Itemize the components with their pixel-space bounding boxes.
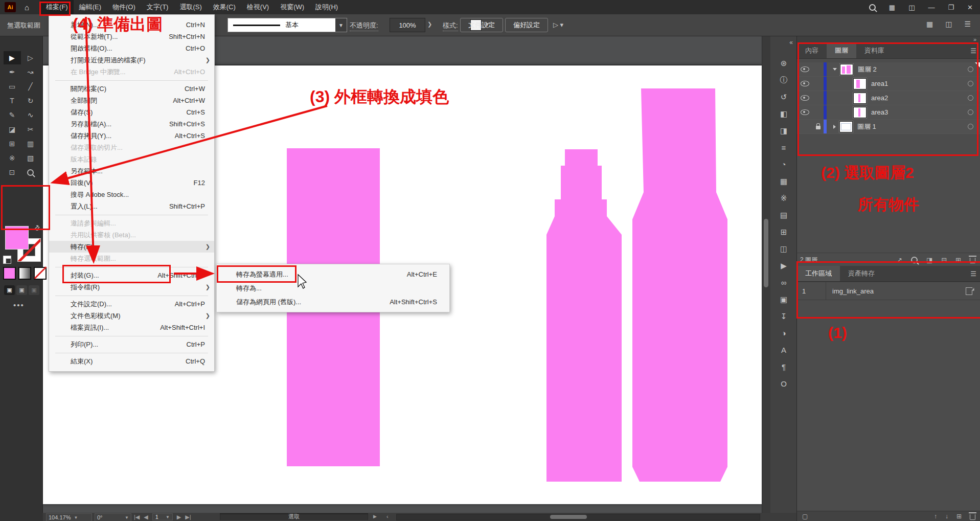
artboards-icon[interactable]: ▣ xyxy=(775,295,792,304)
file-menu-item[interactable]: 轉存(E)❯ xyxy=(49,241,214,253)
export-submenu-item[interactable]: 儲存為網頁用 (舊版)...Alt+Shift+Ctrl+S xyxy=(217,295,449,309)
tab-工作區域[interactable]: 工作區域 xyxy=(797,266,840,281)
visibility-eye-icon[interactable] xyxy=(801,66,809,72)
make-clipping-mask-icon[interactable]: ◨ xyxy=(926,256,932,264)
layer-name[interactable]: 圖層 2 xyxy=(858,65,968,74)
color-icon[interactable]: ◧ xyxy=(775,109,792,119)
home-icon[interactable]: ⌂ xyxy=(25,3,29,12)
layout-icon[interactable]: ◫ xyxy=(945,20,952,28)
last-artboard-icon[interactable]: ▶| xyxy=(185,514,191,520)
color-guide-icon[interactable]: ◔ xyxy=(775,160,792,169)
links-icon[interactable]: ∞ xyxy=(775,278,792,287)
visibility-eye-icon[interactable] xyxy=(801,95,809,101)
panel-menu-icon[interactable]: ☰ xyxy=(970,270,976,278)
layer-row[interactable]: 圖層 2 xyxy=(797,62,980,77)
restore-icon[interactable]: ❐ xyxy=(948,4,954,11)
layer-row[interactable]: 圖層 1 xyxy=(797,120,980,134)
type-tool[interactable]: T xyxy=(4,94,21,107)
minimize-icon[interactable]: — xyxy=(928,4,935,11)
swatches-icon[interactable]: ▦ xyxy=(775,176,792,186)
rotation-dropdown[interactable]: 0°▼ xyxy=(95,513,131,521)
layer-name[interactable]: 圖層 1 xyxy=(857,122,968,131)
layer-name[interactable]: area2 xyxy=(871,94,968,102)
zoom-level-dropdown[interactable]: 104.17%▼ xyxy=(46,513,92,521)
panel-menu-icon[interactable]: ☰ xyxy=(970,47,976,55)
scissors-tool[interactable]: ✂ xyxy=(22,123,39,136)
hamburger-icon[interactable]: ☰ xyxy=(964,20,971,28)
selection-tool[interactable]: ▶ xyxy=(4,51,21,64)
opacity-stepper-icon[interactable]: ❯ xyxy=(427,21,432,28)
line-segment-tool[interactable]: ╱ xyxy=(22,80,39,93)
delete-artboard-icon[interactable] xyxy=(970,514,975,520)
tab-圖層[interactable]: 圖層 xyxy=(827,43,856,58)
layer-thumbnail[interactable] xyxy=(853,107,867,118)
fit-icon[interactable]: ▢ xyxy=(802,513,808,520)
expand-icon[interactable]: » xyxy=(973,36,976,42)
move-up-icon[interactable]: ↑ xyxy=(934,513,937,520)
layer-name[interactable]: area1 xyxy=(871,80,968,87)
target-circle-icon[interactable] xyxy=(968,109,973,115)
artboard-tool[interactable]: ⊡ xyxy=(4,166,21,179)
fill-color-swatch[interactable] xyxy=(5,226,29,250)
pencil-tool[interactable]: ∿ xyxy=(22,108,39,122)
search-icon[interactable] xyxy=(869,4,876,11)
layer-name[interactable]: area3 xyxy=(871,108,968,116)
version-history-icon[interactable]: ↺ xyxy=(775,92,792,102)
layer-thumbnail[interactable] xyxy=(853,78,867,89)
chevron-down-icon[interactable] xyxy=(833,68,837,71)
lock-icon[interactable] xyxy=(816,126,821,129)
file-menu-item[interactable]: 結束(X)Ctrl+Q xyxy=(49,355,214,367)
swap-fill-stroke-icon[interactable]: ⇄ xyxy=(32,223,41,232)
new-sublayer-icon[interactable]: ⊟ xyxy=(941,256,947,264)
target-circle-icon[interactable] xyxy=(968,124,973,129)
layer-row[interactable]: area1 xyxy=(797,77,980,91)
default-fill-stroke-icon[interactable] xyxy=(3,256,11,264)
zoom-tool[interactable] xyxy=(22,166,39,179)
export-submenu-item[interactable]: 轉存為... xyxy=(217,281,449,295)
file-menu-item[interactable]: 另存範本... xyxy=(49,165,214,177)
document-setup-button[interactable]: 文件設定 xyxy=(460,18,503,32)
artboard-name[interactable]: img_link_area xyxy=(832,287,966,295)
artboard-row[interactable]: 1 img_link_area xyxy=(797,282,980,300)
opacity-label[interactable]: 不透明度: xyxy=(350,21,378,31)
none-button[interactable] xyxy=(34,267,47,280)
artboard-page-icon[interactable] xyxy=(966,287,972,295)
draw-inside-mode[interactable]: ▣ xyxy=(29,285,39,295)
curvature-tool[interactable]: ↝ xyxy=(22,65,39,79)
symbols-icon[interactable]: ※ xyxy=(775,193,792,203)
file-menu-item[interactable]: 列印(P)...Ctrl+P xyxy=(49,338,214,350)
style-label[interactable]: 樣式: xyxy=(443,21,458,31)
next-artboard-icon[interactable]: ▶ xyxy=(177,514,181,520)
scroll-left-icon[interactable]: ‹ xyxy=(386,513,389,519)
layer-thumbnail[interactable] xyxy=(840,64,853,75)
arrange-documents-icon[interactable]: ▦ xyxy=(889,4,895,11)
paintbrush-tool[interactable]: ✎ xyxy=(4,108,21,122)
previous-artboard-icon[interactable]: ◀ xyxy=(144,514,148,520)
locate-object-icon[interactable] xyxy=(911,257,918,263)
vertical-scrollbar[interactable] xyxy=(762,36,770,513)
layer-thumbnail[interactable] xyxy=(853,93,867,104)
asset-export-icon[interactable]: ↧ xyxy=(775,311,792,321)
collapse-icon[interactable]: « xyxy=(789,39,793,46)
grid-icon[interactable]: ▦ xyxy=(926,20,933,28)
close-icon[interactable]: ✕ xyxy=(967,4,973,11)
gradient-tool[interactable]: ▥ xyxy=(22,137,39,150)
file-menu-item[interactable]: 另存新檔(A)...Shift+Ctrl+S xyxy=(49,118,214,130)
menubar-item[interactable]: 效果(C) xyxy=(208,0,241,14)
file-menu-item[interactable]: 打開最近使用過的檔案(F)❯ xyxy=(49,54,214,66)
rectangle-tool[interactable]: ▭ xyxy=(4,80,21,93)
menubar-item[interactable]: 物件(O) xyxy=(107,0,141,14)
align-icon[interactable]: ▤ xyxy=(775,210,792,220)
draw-normal-mode[interactable]: ▣ xyxy=(4,285,15,295)
collect-for-export-icon[interactable]: ↗ xyxy=(897,256,902,264)
transparency-icon[interactable]: ◑ xyxy=(775,328,792,338)
isolate-selection-icon[interactable]: ▷ ▾ xyxy=(553,21,563,29)
character-icon[interactable]: A xyxy=(775,345,792,355)
horizontal-scrollbar[interactable] xyxy=(396,514,760,520)
eraser-tool[interactable]: ◪ xyxy=(4,123,21,136)
vertical-scrollbar-thumb[interactable] xyxy=(764,219,768,287)
tab-內容[interactable]: 內容 xyxy=(797,43,827,58)
menubar-item[interactable]: 文字(T) xyxy=(141,0,174,14)
file-menu-item[interactable]: 檔案資訊(I)...Alt+Shift+Ctrl+I xyxy=(49,322,214,333)
properties-icon[interactable]: ⊛ xyxy=(775,58,792,68)
